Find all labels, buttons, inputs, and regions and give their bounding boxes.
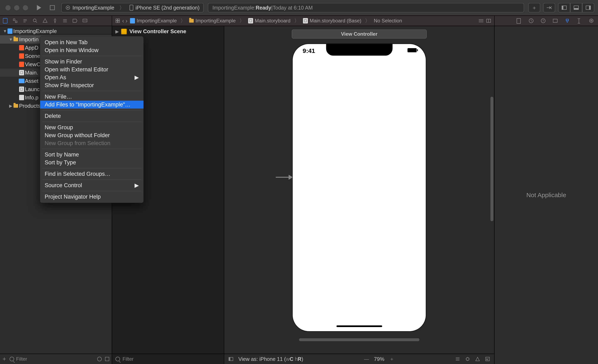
viewcontroller-icon [121,29,127,34]
menu-new-group[interactable]: New Group [40,123,143,131]
disclosure-open-icon[interactable]: ▼ [9,37,12,42]
navigator-filter[interactable]: Filter [9,356,94,362]
view-as-label[interactable]: View as: iPhone 11 (wC hR) [238,356,303,362]
menu-delete[interactable]: Delete [40,112,143,120]
close-window[interactable] [5,5,11,10]
outline-scene[interactable]: ▶ View Controller Scene [112,26,224,37]
report-navigator-tab[interactable] [82,18,88,24]
scm-filter-button[interactable] [105,357,109,361]
breakpoint-navigator-tab[interactable] [72,18,78,24]
symbol-navigator-tab[interactable] [22,18,28,24]
svg-rect-20 [118,21,120,23]
filter-icon [116,357,120,361]
crumb-project[interactable]: ImportingExample [129,18,178,24]
menu-new-file[interactable]: New File… [40,93,143,101]
row-label: ViewC [25,61,41,68]
menu-show-file-inspector[interactable]: Show File Inspector [40,81,143,89]
device-frame[interactable]: 9:41 [292,44,426,332]
test-navigator-tab[interactable] [52,18,58,24]
scheme-selector[interactable]: ImportingExample 〉 iPhone SE (2nd genera… [61,3,204,12]
zoom-level[interactable]: 79% [374,356,384,362]
project-navigator-tab[interactable] [2,18,8,24]
disclosure-closed-icon[interactable]: ▶ [9,103,12,108]
stop-button[interactable] [47,2,58,13]
issue-navigator-tab[interactable] [42,18,48,24]
zoom-out-button[interactable]: — [364,356,369,362]
menu-new-group-nofolder[interactable]: New Group without Folder [40,131,143,139]
target-icon [66,5,70,10]
align-tool[interactable] [455,356,460,362]
menu-find-in-selected-groups[interactable]: Find in Selected Groups… [40,170,143,178]
menu-navigator-help[interactable]: Project Navigator Help [40,193,143,201]
menu-open-as[interactable]: Open As▶ [40,73,143,81]
crumb-no-selection[interactable]: No Selection [373,18,403,24]
toggle-right-panel[interactable] [582,3,594,12]
label-part: w [286,356,290,362]
recent-filter-button[interactable] [97,357,102,361]
swift-file-icon [19,53,24,59]
menu-add-files[interactable]: Add Files to "ImportingExample"… [40,101,143,109]
toggle-left-panel[interactable] [558,3,570,12]
size-inspector-tab[interactable] [577,18,582,23]
svg-rect-8 [589,6,590,9]
project-row[interactable]: ▼ ImportingExample [0,27,112,35]
inspector-placeholder: Not Applicable [526,192,566,199]
menu-open-new-tab[interactable]: Open in New Tab [40,38,143,46]
svg-rect-4 [562,6,563,9]
assets-icon [19,79,25,83]
menu-open-with-external[interactable]: Open with External Editor [40,65,143,73]
menu-label: Open in New Window [45,47,99,54]
context-menu: Open in New Tab Open in New Window Show … [40,36,144,203]
menu-source-control[interactable]: Source Control▶ [40,181,143,189]
editor-options-icon[interactable] [478,18,484,24]
svg-rect-30 [466,358,469,360]
find-navigator-tab[interactable] [32,18,38,24]
menu-open-new-window[interactable]: Open in New Window [40,46,143,54]
disclosure-open-icon[interactable]: ▼ [3,29,7,34]
ib-canvas[interactable]: View Controller 9:41 [224,26,494,354]
menu-sort-by-name[interactable]: Sort by Name [40,151,143,159]
chevron-right-icon: 〉 [118,4,126,11]
pin-tool[interactable] [465,356,470,362]
svg-text:?: ? [542,19,544,22]
vertical-scrollbar[interactable] [490,97,493,221]
debug-navigator-tab[interactable] [62,18,68,24]
identity-inspector-tab[interactable] [553,18,558,23]
row-label: Importin [19,36,39,43]
related-items-icon[interactable] [115,18,121,24]
minimize-window[interactable] [14,5,19,10]
attributes-inspector-tab[interactable] [565,18,570,23]
run-button[interactable] [33,2,45,13]
help-inspector-tab[interactable]: ? [541,18,546,23]
library-add-button[interactable]: ＋ [528,3,540,12]
forward-button[interactable]: › [125,17,127,24]
chevron-icon: 〉 [364,17,371,24]
resolve-issues-tool[interactable] [475,356,480,362]
menu-sort-by-type[interactable]: Sort by Type [40,159,143,166]
zoom-window[interactable] [23,5,28,10]
menu-show-in-finder[interactable]: Show in Finder [40,58,143,65]
crumb-storyboard-base[interactable]: Main.storyboard (Base) [302,18,363,24]
embed-tool[interactable] [485,356,490,362]
menu-label: Source Control [45,182,82,189]
history-inspector-tab[interactable] [529,18,534,23]
scene-title-chip[interactable]: View Controller [292,30,427,39]
storyboard-icon [19,87,24,92]
code-review-button[interactable] [543,3,555,12]
crumb-storyboard[interactable]: Main.storyboard [247,18,292,24]
connections-inspector-tab[interactable] [589,18,594,23]
scheme-target: ImportingExample [73,3,114,12]
statusbar-time: 9:41 [303,47,315,54]
disclosure-closed-icon[interactable]: ▶ [116,29,119,34]
file-inspector-tab[interactable] [517,18,522,23]
zoom-in-button[interactable]: ＋ [389,356,394,362]
toggle-bottom-panel[interactable] [570,3,582,12]
source-control-navigator-tab[interactable] [12,18,18,24]
crumb-group[interactable]: ImportingExample [188,18,237,24]
outline-filter[interactable]: Filter [123,356,133,362]
add-button[interactable]: + [2,356,6,363]
back-button[interactable]: ‹ [122,17,124,24]
add-editor-icon[interactable] [485,18,492,24]
horizontal-scrollbar[interactable] [299,338,419,341]
document-outline-toggle[interactable] [228,357,233,361]
